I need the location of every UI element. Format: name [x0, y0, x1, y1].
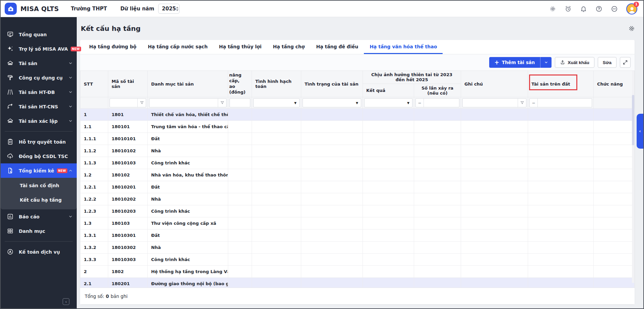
home-icon	[7, 5, 14, 12]
table-row[interactable]: 1.2.218010202Nhà	[80, 193, 635, 205]
table-row[interactable]: 1.1.118010101Đất	[80, 133, 635, 145]
expand-button[interactable]	[620, 57, 631, 68]
sidebar-subitem-ket-cau-ha-tang[interactable]: Kết cấu hạ tầng	[1, 193, 77, 207]
panel-expand-handle[interactable]: ‹	[637, 114, 643, 149]
vertical-scrollbar-thumb[interactable]	[632, 95, 634, 145]
export-button[interactable]: Xuất khẩu	[555, 57, 594, 68]
table-row[interactable]: 1.3.118010301Đất	[80, 229, 635, 242]
column-header-so-lan-xay-ra-neu-co[interactable]: Số lần xảy ra (nếu có)	[414, 84, 461, 97]
expand-icon	[623, 60, 628, 65]
cell-asset-code: 18010202	[108, 193, 148, 205]
more-icon[interactable]	[611, 5, 618, 12]
tab-ha-tang-duong-bo[interactable]: Hạ tầng đường bộ	[83, 40, 142, 54]
sidebar-item-tai-san-ht-cns[interactable]: Tài sản HT-CNS	[1, 99, 77, 114]
sidebar-subitem-tai-san-co-dinh[interactable]: Tài sản cố định	[1, 178, 77, 193]
page-settings-icon[interactable]	[628, 25, 635, 32]
cell-empty	[252, 266, 301, 278]
column-header-tinh-hinh-hach-toan[interactable]: Tình hình hạch toán	[252, 71, 301, 97]
cell-empty	[252, 205, 301, 217]
sidebar-collapse-button[interactable]: ‹	[63, 298, 69, 305]
filter-input-danh-muc-tai-san[interactable]	[149, 99, 218, 107]
table-row[interactable]: 1.2180102Nhà văn hóa, khu thể thao thôn …	[80, 169, 635, 181]
tab-ha-tang-cap-nuoc-sach[interactable]: Hạ tầng cấp nước sạch	[142, 40, 213, 54]
filter-cell-tinh-hinh-hach-toan: ▼	[252, 97, 301, 109]
cell-asset-name: Thư viện công cộng cấp xã	[148, 217, 228, 229]
table-row[interactable]: 1.3.218010302Nhà	[80, 242, 635, 254]
column-header-ket-qua[interactable]: Kết quả	[363, 84, 414, 97]
filter-input-ma-so-tai-san[interactable]	[110, 99, 137, 107]
year-stepper[interactable]	[176, 7, 181, 11]
org-name[interactable]: Trường THPT	[71, 6, 107, 12]
stepper-up-icon[interactable]	[176, 7, 179, 8]
sidebar-item-tai-san-xac-lap[interactable]: Tài sản xác lập	[1, 114, 77, 128]
stepper-down-icon[interactable]	[176, 9, 179, 11]
app-logo[interactable]	[5, 3, 17, 15]
sidebar-item-ho-tro-quyet-toan[interactable]: Hỗ trợ quyết toán	[1, 135, 77, 149]
report-icon	[6, 213, 14, 220]
cell-asset-code: 180101	[108, 121, 148, 133]
vertical-scrollbar[interactable]	[632, 71, 634, 283]
table-row[interactable]: 1.1.318010103Công trình khác	[80, 157, 635, 169]
sidebar-item-cong-cu-dung-cu[interactable]: Công cụ dụng cụ	[1, 70, 77, 85]
user-avatar[interactable]: 1	[626, 3, 637, 14]
year-selector[interactable]: 2025	[158, 4, 180, 14]
sidebar-item-tong-kiem-ke[interactable]: Tổng kiểm kêNEW	[1, 163, 77, 178]
cell-empty	[228, 121, 252, 133]
sidebar-item-ke-toan-dich-vu[interactable]: Kế toán dịch vụ	[1, 245, 77, 259]
filter-select-tinh-hinh-hach-toan[interactable]: ▼	[253, 98, 300, 107]
table-row[interactable]: 1.3.318010303Công trình khác	[80, 254, 635, 266]
tab-ha-tang-van-hoa-the-thao[interactable]: Hạ tầng văn hóa thể thao	[364, 40, 443, 54]
cell-empty	[594, 266, 635, 278]
table-row[interactable]: 1.1180101Trung tâm văn hóa - thể thao cấ…	[80, 121, 635, 133]
edit-button[interactable]: Sửa	[598, 57, 617, 68]
add-asset-button[interactable]: + Thêm tài sản	[489, 57, 540, 68]
column-header-chuc-nang[interactable]: Chức năng	[594, 71, 635, 97]
settings-icon[interactable]	[549, 5, 556, 12]
filter-input-nang-cap-ao-dong[interactable]	[230, 99, 250, 107]
inventory-check-icon	[6, 167, 14, 174]
tab-ha-tang-thuy-loi[interactable]: Hạ tầng thủy lợi	[213, 40, 267, 54]
cell-empty	[594, 109, 635, 121]
page-title: Kết cấu hạ tầng	[81, 24, 140, 33]
column-header-stt[interactable]: STT	[80, 71, 108, 97]
tab-ha-tang-de-dieu[interactable]: Hạ tầng đê điều	[310, 40, 364, 54]
table-row[interactable]: 1.2.318010203Công trình khác	[80, 205, 635, 217]
column-header-tinh-trang-cua-tai-san[interactable]: Tình trạng của tài sản	[301, 71, 363, 97]
notification-bell-icon[interactable]	[580, 5, 587, 12]
funnel-icon[interactable]	[218, 99, 226, 107]
filter-input-ghi-chu[interactable]	[463, 99, 518, 107]
sidebar-item-tong-quan[interactable]: Tổng quan	[1, 27, 77, 42]
column-header-nang-cap-ao-dong[interactable]: nâng cấp, ao (đồng)	[228, 71, 252, 97]
funnel-icon[interactable]	[137, 99, 146, 107]
table-row[interactable]: 11801Thiết chế văn hóa, thiết chế thể th…	[80, 109, 635, 121]
cell-empty	[461, 145, 528, 157]
sidebar-item-tai-san[interactable]: Tài sản	[1, 56, 77, 70]
filter-select-ket-qua[interactable]: ▼	[364, 98, 412, 107]
column-header-tai-san-tren-dat[interactable]: Tài sản trên đất	[528, 71, 594, 97]
column-header-danh-muc-tai-san[interactable]: Danh mục tài sản	[148, 71, 228, 97]
sidebar-item-dong-bo-csdl-tsc[interactable]: Đồng bộ CSDL TSC	[1, 149, 77, 163]
filter-input-tai-san-tren-dat[interactable]	[538, 99, 592, 107]
add-asset-split-button: + Thêm tài sản	[489, 57, 552, 68]
filter-select-tinh-trang-cua-tai-san[interactable]: ▼	[303, 98, 361, 107]
cell-empty	[461, 229, 528, 242]
help-icon[interactable]	[595, 5, 602, 12]
table-row[interactable]: 1.3180103Thư viện công cộng cấp xã	[80, 217, 635, 229]
add-asset-dropdown-button[interactable]	[540, 57, 552, 68]
cell-empty	[252, 193, 301, 205]
column-header-ghi-chu[interactable]: Ghi chú	[461, 71, 528, 97]
sidebar-item-tro-ly-so-misa-ava[interactable]: Trợ lý số MISA AVANEW	[1, 42, 77, 56]
tab-ha-tang-cho[interactable]: Hạ tầng chợ	[267, 40, 311, 54]
table-row[interactable]: 1.1.218010102Nhà	[80, 145, 635, 157]
filter-input-so-lan-xay-ra-neu-co[interactable]	[424, 99, 459, 107]
sidebar-item-bao-cao[interactable]: Báo cáo	[1, 209, 77, 224]
table-row[interactable]: 21802Hệ thống hạ tầng trong Làng Văn hóa…	[80, 266, 635, 278]
funnel-icon[interactable]	[518, 99, 526, 107]
reminder-clock-icon[interactable]	[565, 5, 572, 12]
column-header-ma-so-tai-san[interactable]: Mã số tài sản	[108, 71, 148, 97]
cell-empty	[414, 169, 461, 181]
sidebar-item-danh-muc[interactable]: Danh mục	[1, 224, 77, 238]
sidebar-item-tai-san-ht-db[interactable]: Tài sản HT-ĐB	[1, 85, 77, 99]
table-row[interactable]: 1.2.118010201Đất	[80, 181, 635, 193]
export-label: Xuất khẩu	[568, 60, 589, 65]
